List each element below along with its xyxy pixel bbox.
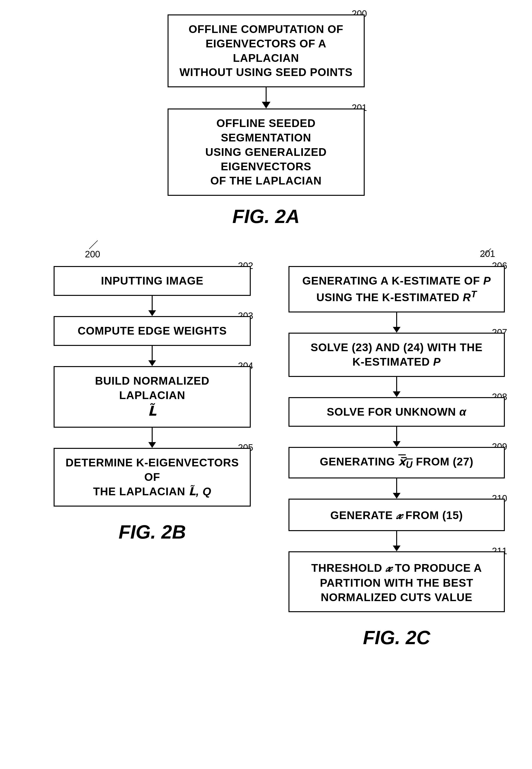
arrow-202-203 [54,296,251,316]
slash-line [89,240,98,249]
arrow-line [396,531,397,546]
arrow-line [152,428,153,442]
arrow-line [396,479,397,493]
fig2b-column: 200 202 INPUTTING IMAGE [19,247,266,649]
box-206-math-p: P [483,274,491,287]
box-211-math-x: 𝓍 [386,560,392,575]
box-203: COMPUTE EDGE WEIGHTS [54,316,251,346]
box-201-wrapper: 201 OFFLINE SEEDED SEGMENTATIONUSING GEN… [168,108,365,196]
box-211: THRESHOLD 𝓍 TO PRODUCE A PARTITION WITH … [288,551,505,612]
box-208-math: α [459,406,467,418]
arrow-206-207 [288,312,505,333]
fig2b-2c-section: 200 202 INPUTTING IMAGE [19,247,513,649]
arrow-line [152,296,153,310]
fig2b-inner: 200 202 INPUTTING IMAGE [54,247,251,543]
ref-201-label: 201 [480,249,495,259]
arrow-line [396,427,397,441]
arrow-head [393,392,401,397]
box-203-wrapper: 203 COMPUTE EDGE WEIGHTS [54,316,251,346]
arrow-204-205 [54,428,251,448]
box-209-wrapper: 209 GENERATING x̅U FROM (27) [288,447,505,479]
arrow-head [393,546,401,551]
arrow-line [152,346,153,360]
arrow-210-211 [288,531,505,551]
arrow-208-209 [288,427,505,447]
box-205-math: L̃, Q [189,485,212,498]
arrow-head [393,493,401,499]
arrow-head [148,442,156,448]
fig2c-column: 201 206 GENERATING A K-ESTIMATE OF P USI… [266,247,513,649]
box-207-wrapper: 207 SOLVE (23) AND (24) WITH THE K-ESTIM… [288,333,505,377]
box-206: GENERATING A K-ESTIMATE OF P USING THE K… [288,266,505,312]
arrow-head [393,441,401,447]
box-201: OFFLINE SEEDED SEGMENTATIONUSING GENERAL… [168,108,365,196]
arrow-line [396,377,397,392]
arrow-head [393,327,401,333]
arrow-line [266,87,267,102]
box-205-wrapper: 205 DETERMINE K-EIGENVECTORS OF THE LAPL… [54,448,251,506]
box-207-math-p: P [433,355,441,368]
box-211-wrapper: 211 THRESHOLD 𝓍 TO PRODUCE A PARTITION W… [288,551,505,612]
box-208-wrapper: 208 SOLVE FOR UNKNOWN α [288,397,505,427]
fig2a-section: 200 OFFLINE COMPUTATION OFEIGENVECTORS O… [19,14,513,227]
fig2a-label: FIG. 2A [232,205,300,227]
ref-200-area: 200 [54,247,251,266]
arrow-line [396,312,397,327]
box-206-math-rt: RT [463,291,477,303]
box-209: GENERATING x̅U FROM (27) [288,447,505,479]
box-210-wrapper: 210 GENERATE 𝓍 FROM (15) [288,499,505,531]
arrow-head [262,102,270,108]
box-206-wrapper: 206 GENERATING A K-ESTIMATE OF P USING T… [288,266,505,312]
box-202: INPUTTING IMAGE [54,266,251,296]
box-208: SOLVE FOR UNKNOWN α [288,397,505,427]
ref-200-num: 200 [85,249,100,259]
arrow-207-208 [288,377,505,397]
box-210: GENERATE 𝓍 FROM (15) [288,499,505,531]
box-200: OFFLINE COMPUTATION OFEIGENVECTORS OF A … [168,14,365,87]
box-200-wrapper: 200 OFFLINE COMPUTATION OFEIGENVECTORS O… [168,14,365,87]
page: 200 OFFLINE COMPUTATION OFEIGENVECTORS O… [0,0,532,769]
box-207: SOLVE (23) AND (24) WITH THE K-ESTIMATED… [288,333,505,377]
ref-200-slash-label: 200 [85,249,100,259]
arrow-209-210 [288,479,505,499]
box-205: DETERMINE K-EIGENVECTORS OF THE LAPLACIA… [54,448,251,506]
ref-201-area: 201 [288,247,505,266]
box-210-math-x: 𝓍 [396,508,402,522]
arrow-head [148,310,156,316]
fig2c-label: FIG. 2C [363,627,430,649]
box-202-wrapper: 202 INPUTTING IMAGE [54,266,251,296]
box-204: BUILD NORMALIZED LAPLACIAN L̃ [54,366,251,428]
box-204-wrapper: 204 BUILD NORMALIZED LAPLACIAN L̃ [54,366,251,428]
ref-201-num: 201 [480,249,495,259]
arrow-head [148,360,156,366]
box-209-math-xu: x̅U [398,455,413,468]
fig2c-inner: 201 206 GENERATING A K-ESTIMATE OF P USI… [288,247,505,649]
arrow-203-204 [54,346,251,366]
arrow-200-to-201 [168,87,365,108]
fig2b-label: FIG. 2B [119,521,186,543]
box-204-math: L̃ [148,404,157,419]
